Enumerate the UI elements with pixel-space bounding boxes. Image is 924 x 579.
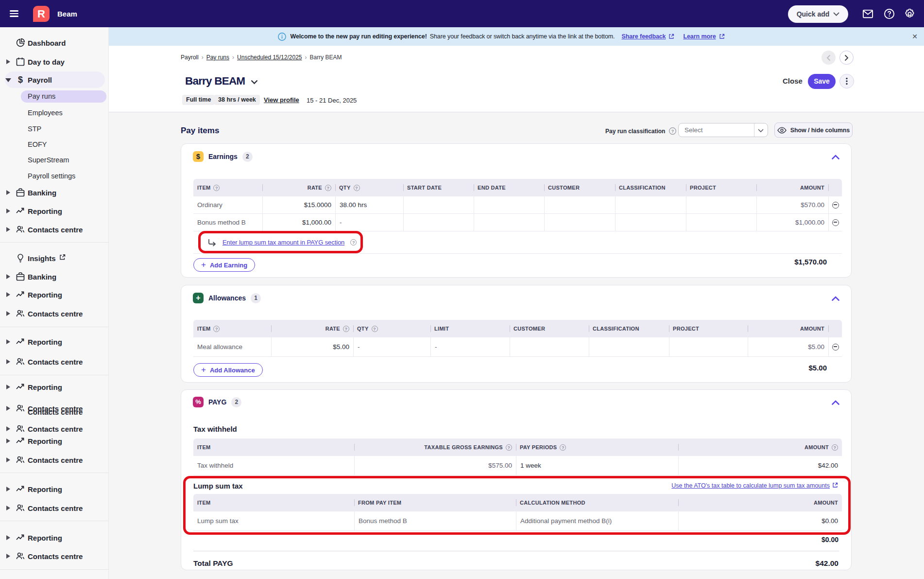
svg-text:$: $ <box>18 75 23 85</box>
svg-text:?: ? <box>671 129 674 134</box>
